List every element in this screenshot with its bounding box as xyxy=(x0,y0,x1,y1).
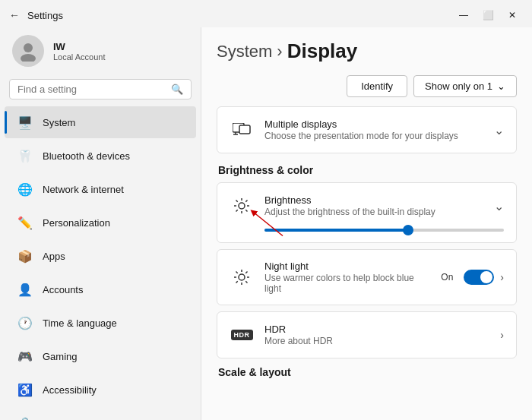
multiple-displays-text: Multiple displays Choose the presentatio… xyxy=(264,118,483,141)
sidebar-label-accounts: Accounts xyxy=(43,284,83,295)
sidebar-item-privacy[interactable]: 🔒 Privacy & security xyxy=(5,407,196,420)
svg-line-22 xyxy=(236,272,238,273)
multiple-displays-subtitle: Choose the presentation mode for your di… xyxy=(264,131,483,141)
brightness-card: Brightness Adjust the brightness of the … xyxy=(217,182,517,243)
svg-point-1 xyxy=(21,54,36,62)
multiple-displays-row[interactable]: Multiple displays Choose the presentatio… xyxy=(217,107,516,153)
hdr-badge: HDR xyxy=(231,330,253,340)
privacy-icon: 🔒 xyxy=(17,415,33,420)
gaming-icon: 🎮 xyxy=(17,348,33,365)
brightness-text: Brightness Adjust the brightness of the … xyxy=(264,194,483,217)
sidebar-item-gaming[interactable]: 🎮 Gaming xyxy=(5,340,196,372)
svg-point-0 xyxy=(24,43,33,52)
night-light-toggle[interactable] xyxy=(464,270,494,285)
brightness-slider-fill xyxy=(264,229,408,232)
svg-line-11 xyxy=(236,201,238,202)
user-section: IW Local Account xyxy=(0,27,201,76)
hdr-row[interactable]: HDR HDR More about HDR › xyxy=(217,312,516,358)
search-icon: 🔍 xyxy=(171,84,183,95)
show-only-chevron-icon: ⌄ xyxy=(497,81,505,92)
identify-button[interactable]: Identify xyxy=(347,75,407,97)
night-light-card: Night light Use warmer colors to help bl… xyxy=(217,249,517,305)
brightness-chevron-icon[interactable]: ⌄ xyxy=(494,199,504,213)
system-icon: 🖥️ xyxy=(17,114,33,131)
svg-point-6 xyxy=(239,203,245,209)
sidebar-label-system: System xyxy=(43,117,75,128)
hdr-card: HDR HDR More about HDR › xyxy=(217,311,517,358)
close-button[interactable]: ✕ xyxy=(502,8,523,23)
sidebar-item-system[interactable]: 🖥️ System xyxy=(5,106,196,138)
multiple-displays-card: Multiple displays Choose the presentatio… xyxy=(217,106,517,153)
sidebar-item-network[interactable]: 🌐 Network & internet xyxy=(5,173,196,205)
brightness-title: Brightness xyxy=(264,194,483,206)
hdr-subtitle: More about HDR xyxy=(264,336,489,346)
title-bar: ← Settings — ⬜ ✕ xyxy=(0,0,532,27)
search-input[interactable] xyxy=(17,84,165,95)
night-light-arrow-icon[interactable]: › xyxy=(500,271,504,283)
sidebar-item-personalization[interactable]: ✏️ Personalization xyxy=(5,207,196,238)
svg-line-14 xyxy=(236,210,238,211)
main-content: System › Display Identify Show only on 1… xyxy=(201,27,532,420)
network-icon: 🌐 xyxy=(17,181,33,197)
hdr-text: HDR More about HDR xyxy=(264,324,489,346)
personalization-icon: ✏️ xyxy=(17,214,33,231)
hdr-title: HDR xyxy=(264,324,489,335)
breadcrumb-separator: › xyxy=(277,42,282,62)
brightness-header: Brightness Adjust the brightness of the … xyxy=(217,183,516,218)
maximize-button[interactable]: ⬜ xyxy=(477,8,499,23)
breadcrumb-current: Display xyxy=(287,39,358,63)
sidebar-item-accessibility[interactable]: ♿ Accessibility xyxy=(5,374,196,406)
scale-layout-section-label: Scale & layout xyxy=(217,366,517,378)
window-controls: — ⬜ ✕ xyxy=(453,8,523,23)
minimize-button[interactable]: — xyxy=(453,8,474,23)
sidebar-item-time[interactable]: 🕐 Time & language xyxy=(5,307,196,339)
account-type: Local Account xyxy=(53,52,106,62)
multiple-displays-title: Multiple displays xyxy=(264,118,483,130)
show-only-label: Show only on 1 xyxy=(425,81,492,92)
sidebar-label-bluetooth: Bluetooth & devices xyxy=(43,150,130,162)
hdr-icon: HDR xyxy=(230,323,254,347)
svg-line-25 xyxy=(236,281,238,283)
hdr-arrow-icon[interactable]: › xyxy=(500,329,504,341)
multiple-displays-chevron-icon[interactable]: ⌄ xyxy=(494,123,504,137)
breadcrumb-parent: System xyxy=(217,42,272,62)
night-light-subtitle: Use warmer colors to help block blue lig… xyxy=(264,273,430,294)
sidebar-label-personalization: Personalization xyxy=(43,217,110,229)
svg-rect-3 xyxy=(239,125,250,134)
sidebar: IW Local Account 🔍 🖥️ System 🦷 Bluetooth… xyxy=(0,27,201,420)
night-light-controls: On › xyxy=(441,270,504,285)
app-body: IW Local Account 🔍 🖥️ System 🦷 Bluetooth… xyxy=(0,27,532,420)
accessibility-icon: ♿ xyxy=(17,381,33,398)
search-box[interactable]: 🔍 xyxy=(9,79,192,99)
accounts-icon: 👤 xyxy=(17,281,33,298)
sidebar-item-apps[interactable]: 📦 Apps xyxy=(5,240,196,272)
show-only-button[interactable]: Show only on 1 ⌄ xyxy=(413,75,517,97)
sidebar-item-bluetooth[interactable]: 🦷 Bluetooth & devices xyxy=(5,140,196,172)
sidebar-item-accounts[interactable]: 👤 Accounts xyxy=(5,273,196,305)
brightness-slider[interactable] xyxy=(264,229,504,232)
avatar xyxy=(12,35,44,67)
sidebar-label-privacy: Privacy & security xyxy=(43,418,121,421)
brightness-subtitle: Adjust the brightness of the built-in di… xyxy=(264,207,483,217)
sidebar-label-gaming: Gaming xyxy=(43,351,78,362)
multiple-displays-icon xyxy=(230,118,254,142)
user-info: IW Local Account xyxy=(53,41,106,62)
night-light-title: Night light xyxy=(264,261,430,272)
sidebar-label-apps: Apps xyxy=(43,251,65,262)
bluetooth-icon: 🦷 xyxy=(17,147,33,164)
night-light-row[interactable]: Night light Use warmer colors to help bl… xyxy=(217,250,516,305)
svg-line-24 xyxy=(245,272,247,273)
back-icon[interactable]: ← xyxy=(9,9,20,21)
svg-line-23 xyxy=(245,281,247,283)
sidebar-label-time: Time & language xyxy=(43,317,117,329)
svg-line-12 xyxy=(245,210,247,211)
toggle-knob xyxy=(480,271,492,283)
svg-point-17 xyxy=(239,274,245,280)
sidebar-label-network: Network & internet xyxy=(43,184,124,195)
brightness-slider-thumb[interactable] xyxy=(403,225,413,235)
brightness-body xyxy=(217,218,516,242)
night-light-status: On xyxy=(441,272,453,283)
display-controls: Identify Show only on 1 ⌄ xyxy=(217,75,517,97)
username: IW xyxy=(53,41,106,52)
breadcrumb: System › Display xyxy=(217,39,517,63)
